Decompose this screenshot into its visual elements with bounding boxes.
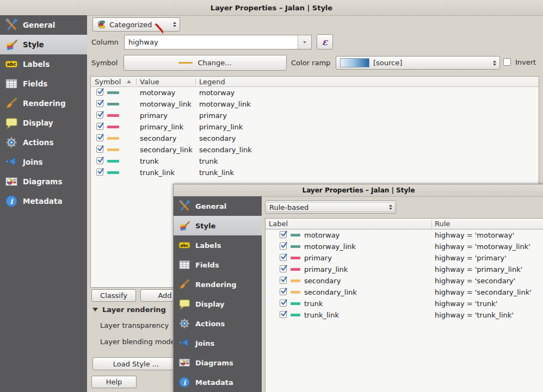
column-header-rule[interactable]: Rule xyxy=(435,219,450,229)
diagrams-icon xyxy=(5,175,18,188)
overlay-window-title: Layer Properties – Jalan | Style xyxy=(302,186,415,194)
row-checkbox[interactable] xyxy=(96,134,103,141)
sidebar-item-label: Joins xyxy=(195,339,214,347)
table-row[interactable]: secondaryhighway = 'secondary' xyxy=(266,275,543,287)
value-cell: primary_link xyxy=(140,121,183,133)
sort-ascending-icon[interactable] xyxy=(127,77,131,86)
rule-cell: highway = 'primary_link' xyxy=(435,264,522,275)
value-cell: primary xyxy=(140,110,168,121)
row-checkbox[interactable] xyxy=(280,254,287,261)
column-header-symbol[interactable]: Symbol xyxy=(95,77,121,86)
table-row[interactable]: motorway_linkhighway = 'motorway_link' xyxy=(266,241,543,252)
layer-rendering-label: Layer rendering xyxy=(102,306,166,314)
classify-button[interactable]: Classify xyxy=(91,289,136,302)
sidebar-item-actions[interactable]: Actions xyxy=(0,133,87,152)
joins-icon xyxy=(5,155,18,169)
sidebar-item-joins[interactable]: Joins xyxy=(0,152,87,172)
sidebar-item-metadata[interactable]: iMetadata xyxy=(174,372,262,392)
renderer-type-dropdown[interactable]: Categorized xyxy=(92,17,180,32)
label-cell: motorway_link xyxy=(304,241,356,252)
sidebar-item-actions[interactable]: Actions xyxy=(174,314,262,333)
line-symbol-swatch-icon xyxy=(107,103,119,105)
sidebar-item-labels[interactable]: abcLabels xyxy=(0,54,87,74)
symbol-change-button[interactable]: Change... xyxy=(124,55,287,71)
column-header-value[interactable]: Value xyxy=(140,77,159,86)
line-symbol-swatch-icon xyxy=(291,245,300,248)
sidebar-item-display[interactable]: Display xyxy=(174,294,262,314)
table-row[interactable]: motorwayhighway = 'motorway' xyxy=(266,229,543,241)
sidebar-item-fields[interactable]: Fields xyxy=(0,74,87,94)
sidebar-item-style[interactable]: Style xyxy=(0,35,87,54)
sidebar-item-display[interactable]: Display xyxy=(0,113,87,133)
color-ramp-swatch-icon xyxy=(340,58,369,67)
row-checkbox[interactable] xyxy=(280,242,287,250)
sidebar-item-fields[interactable]: Fields xyxy=(174,255,262,275)
rule-cell: highway = 'trunk_link' xyxy=(435,309,514,321)
sidebar-item-labels[interactable]: abcLabels xyxy=(174,235,262,255)
row-checkbox[interactable] xyxy=(96,123,103,130)
layer-rendering-section[interactable]: Layer rendering xyxy=(92,304,166,315)
row-checkbox[interactable] xyxy=(96,111,103,119)
rule-cell: highway = 'primary' xyxy=(435,252,507,264)
overlay-sidebar: GeneralStyleabcLabelsFieldsRenderingDisp… xyxy=(174,196,262,392)
table-row[interactable]: primaryprimary xyxy=(91,110,539,121)
style-icon xyxy=(178,220,190,232)
table-row[interactable]: trunkhighway = 'trunk' xyxy=(266,298,543,309)
table-row[interactable]: trunk_linkhighway = 'trunk_link' xyxy=(266,309,543,321)
column-combobox[interactable]: highway xyxy=(124,35,312,49)
sidebar-item-rendering[interactable]: Rendering xyxy=(0,94,87,113)
sidebar-item-label: Labels xyxy=(195,241,221,250)
sidebar-item-general[interactable]: General xyxy=(174,196,262,216)
table-row[interactable]: trunktrunk xyxy=(91,155,539,167)
table-row[interactable]: secondary_linkhighway = 'secondary_link' xyxy=(266,287,543,298)
table-row[interactable]: trunk_linktrunk_link xyxy=(91,167,539,178)
sidebar-item-rendering[interactable]: Rendering xyxy=(174,275,262,294)
row-checkbox[interactable] xyxy=(96,157,103,164)
row-checkbox[interactable] xyxy=(96,89,103,96)
label-cell: primary xyxy=(304,252,332,264)
table-row[interactable]: motorwaymotorway xyxy=(91,87,539,98)
table-row[interactable]: motorway_linkmotorway_link xyxy=(91,98,539,110)
spinner-arrows-icon xyxy=(389,204,393,210)
row-checkbox[interactable] xyxy=(96,169,103,176)
row-checkbox[interactable] xyxy=(280,231,287,238)
sidebar-item-diagrams[interactable]: Diagrams xyxy=(174,353,262,372)
expression-builder-button[interactable]: ε xyxy=(317,34,333,49)
overlay-renderer-type-dropdown[interactable]: Rule-based xyxy=(265,201,396,214)
table-row[interactable]: primary_linkhighway = 'primary_link' xyxy=(266,264,543,275)
color-ramp-dropdown[interactable]: [source] xyxy=(336,56,500,70)
sidebar-item-label: Display xyxy=(195,300,225,308)
row-checkbox[interactable] xyxy=(280,300,287,307)
sidebar-item-label: General xyxy=(195,202,226,210)
row-checkbox[interactable] xyxy=(280,265,287,272)
row-checkbox[interactable] xyxy=(280,311,287,318)
table-row[interactable]: primaryhighway = 'primary' xyxy=(266,252,543,264)
column-header-label[interactable]: Label xyxy=(269,219,288,229)
row-checkbox[interactable] xyxy=(280,277,287,284)
overlay-window-titlebar[interactable]: Layer Properties – Jalan | Style xyxy=(174,184,543,197)
diagrams-icon xyxy=(178,357,190,369)
joins-icon xyxy=(178,337,190,349)
table-row[interactable]: primary_linkprimary_link xyxy=(91,121,539,133)
row-checkbox[interactable] xyxy=(96,146,103,153)
table-row[interactable]: secondarysecondary xyxy=(91,133,539,144)
table-row[interactable]: secondary_linksecondary_link xyxy=(91,144,539,155)
sidebar-item-style[interactable]: Style xyxy=(174,216,262,235)
line-symbol-swatch-icon xyxy=(107,160,119,163)
combo-arrow-icon[interactable] xyxy=(298,35,311,49)
load-style-button[interactable]: Load Style ... xyxy=(92,357,180,370)
legend-cell: secondary xyxy=(199,133,236,144)
row-checkbox[interactable] xyxy=(96,100,103,107)
sidebar-item-joins[interactable]: Joins xyxy=(174,333,262,353)
help-button[interactable]: Help xyxy=(91,376,137,388)
column-header-legend[interactable]: Legend xyxy=(199,77,225,86)
label-cell: trunk_link xyxy=(304,309,339,321)
sidebar-item-general[interactable]: General xyxy=(0,15,87,35)
line-symbol-swatch-icon xyxy=(291,291,300,294)
invert-checkbox[interactable] xyxy=(503,58,511,66)
main-window-titlebar[interactable]: Layer Properties – Jalan | Style xyxy=(0,0,543,16)
sidebar-item-diagrams[interactable]: Diagrams xyxy=(0,172,87,191)
column-label: Column xyxy=(91,35,119,49)
row-checkbox[interactable] xyxy=(280,288,287,295)
sidebar-item-metadata[interactable]: iMetadata xyxy=(0,191,87,211)
